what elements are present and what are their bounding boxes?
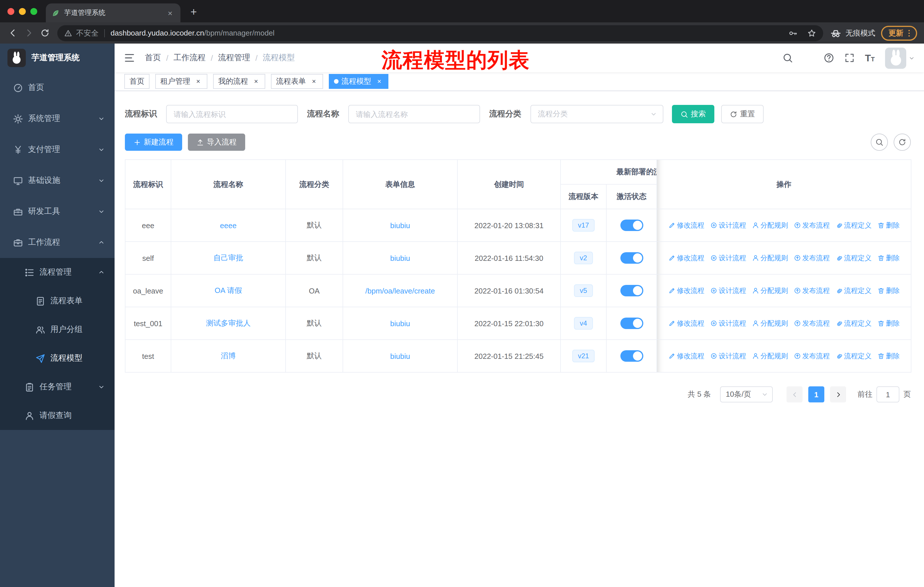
action-definition-link[interactable]: 流程定义 [835, 286, 871, 296]
action-assign-rules-link[interactable]: 分配规则 [752, 253, 788, 263]
action-edit-link[interactable]: 修改流程 [668, 220, 704, 230]
password-key-icon[interactable] [788, 28, 797, 38]
action-publish-link[interactable]: 发布流程 [794, 220, 830, 230]
toggle-search-button[interactable] [871, 134, 888, 151]
action-delete-link[interactable]: 删除 [877, 253, 900, 263]
reload-button[interactable] [37, 25, 53, 41]
action-design-link[interactable]: 设计流程 [710, 351, 746, 361]
user-menu[interactable] [885, 47, 915, 68]
process-key-input[interactable] [166, 105, 298, 123]
new-tab-button[interactable]: + [186, 5, 201, 20]
tag-my-process[interactable]: 我的流程× [213, 74, 265, 89]
action-definition-link[interactable]: 流程定义 [835, 318, 871, 328]
action-assign-rules-link[interactable]: 分配规则 [752, 318, 788, 328]
process-name-link[interactable]: OA 请假 [214, 286, 242, 294]
address-bar[interactable]: 不安全 dashboard.yudao.iocoder.cn/bpm/manag… [57, 25, 823, 41]
tag-close-icon[interactable]: × [310, 78, 318, 85]
form-info-link[interactable]: biubiu [390, 319, 410, 327]
tag-close-icon[interactable]: × [375, 78, 383, 85]
sidebar-item-process-form[interactable]: 流程表单 [0, 287, 115, 315]
action-edit-link[interactable]: 修改流程 [668, 253, 704, 263]
help-icon[interactable] [824, 53, 834, 63]
search-icon[interactable] [782, 53, 793, 63]
action-assign-rules-link[interactable]: 分配规则 [752, 351, 788, 361]
action-publish-link[interactable]: 发布流程 [794, 318, 830, 328]
tag-close-icon[interactable]: × [252, 78, 260, 85]
sidebar-item-task-mgmt[interactable]: 任务管理 [0, 373, 115, 401]
active-toggle[interactable] [620, 220, 643, 231]
action-delete-link[interactable]: 删除 [877, 318, 900, 328]
sidebar-item-home[interactable]: 首页 [0, 72, 115, 103]
font-size-icon[interactable]: TT [865, 53, 875, 63]
action-definition-link[interactable]: 流程定义 [835, 253, 871, 263]
zoom-window-button[interactable] [30, 8, 37, 15]
form-info-link[interactable]: biubiu [390, 221, 410, 230]
create-process-button[interactable]: 新建流程 [125, 134, 182, 151]
action-assign-rules-link[interactable]: 分配规则 [752, 220, 788, 230]
goto-page-input[interactable] [876, 386, 899, 402]
back-button[interactable] [5, 25, 21, 41]
sidebar-item-infrastructure[interactable]: 基础设施 [0, 165, 115, 196]
form-info-link[interactable]: biubiu [390, 352, 410, 360]
tag-process-form[interactable]: 流程表单× [271, 74, 323, 89]
process-name-link[interactable]: 滔博 [221, 351, 236, 360]
sidebar-item-process-model[interactable]: 流程模型 [0, 344, 115, 373]
category-select[interactable]: 流程分类 [530, 105, 663, 123]
action-edit-link[interactable]: 修改流程 [668, 286, 704, 296]
active-toggle[interactable] [620, 350, 643, 362]
sidebar-item-leave-query[interactable]: 请假查询 [0, 401, 115, 430]
action-publish-link[interactable]: 发布流程 [794, 286, 830, 296]
action-delete-link[interactable]: 删除 [877, 351, 900, 361]
sidebar-item-process-mgmt[interactable]: 流程管理 [0, 258, 115, 287]
tag-close-icon[interactable]: × [194, 78, 202, 85]
close-window-button[interactable] [7, 8, 14, 15]
browser-tab[interactable]: 芋道管理系统 × [46, 3, 180, 22]
form-info-link[interactable]: biubiu [390, 254, 410, 262]
page-size-select[interactable]: 10条/页 [720, 386, 773, 402]
action-design-link[interactable]: 设计流程 [710, 220, 746, 230]
bookmark-star-icon[interactable] [807, 28, 816, 38]
process-name-link[interactable]: 自己审批 [213, 253, 243, 262]
tag-process-model[interactable]: 流程模型× [329, 74, 388, 89]
action-design-link[interactable]: 设计流程 [710, 286, 746, 296]
page-number-button[interactable]: 1 [808, 386, 824, 402]
action-definition-link[interactable]: 流程定义 [835, 351, 871, 361]
action-publish-link[interactable]: 发布流程 [794, 351, 830, 361]
process-name-link[interactable]: eeee [220, 221, 237, 230]
tab-close-icon[interactable]: × [165, 8, 175, 18]
prev-page-button[interactable] [787, 386, 803, 402]
action-definition-link[interactable]: 流程定义 [835, 220, 871, 230]
action-publish-link[interactable]: 发布流程 [794, 253, 830, 263]
browser-update-button[interactable]: 更新 [881, 25, 917, 40]
next-page-button[interactable] [830, 386, 846, 402]
sidebar-item-system[interactable]: 系统管理 [0, 103, 115, 134]
collapse-sidebar-icon[interactable] [124, 52, 135, 64]
reset-button[interactable]: 重置 [721, 105, 764, 123]
action-assign-rules-link[interactable]: 分配规则 [752, 286, 788, 296]
action-delete-link[interactable]: 删除 [877, 220, 900, 230]
action-edit-link[interactable]: 修改流程 [668, 318, 704, 328]
tag-home[interactable]: 首页 [124, 74, 150, 89]
minimize-window-button[interactable] [19, 8, 26, 15]
action-design-link[interactable]: 设计流程 [710, 253, 746, 263]
breadcrumb-item[interactable]: 工作流程 [173, 53, 206, 63]
refresh-table-button[interactable] [894, 134, 911, 151]
active-toggle[interactable] [620, 317, 643, 329]
forward-button[interactable] [21, 25, 37, 41]
sidebar-item-workflow[interactable]: 工作流程 [0, 227, 115, 258]
sidebar-item-user-group[interactable]: 用户分组 [0, 315, 115, 344]
active-toggle[interactable] [620, 252, 643, 264]
github-icon[interactable] [803, 53, 813, 63]
form-info-link[interactable]: /bpm/oa/leave/create [365, 286, 435, 295]
tag-tenant[interactable]: 租户管理× [155, 74, 207, 89]
active-toggle[interactable] [620, 285, 643, 296]
kebab-menu-icon[interactable] [904, 28, 914, 38]
search-button[interactable]: 搜索 [672, 105, 714, 123]
sidebar-item-payment[interactable]: 支付管理 [0, 134, 115, 165]
sidebar-item-devtools[interactable]: 研发工具 [0, 196, 115, 227]
process-name-input[interactable] [348, 105, 480, 123]
action-delete-link[interactable]: 删除 [877, 286, 900, 296]
action-edit-link[interactable]: 修改流程 [668, 351, 704, 361]
breadcrumb-item[interactable]: 首页 [145, 53, 161, 63]
import-process-button[interactable]: 导入流程 [188, 134, 245, 151]
